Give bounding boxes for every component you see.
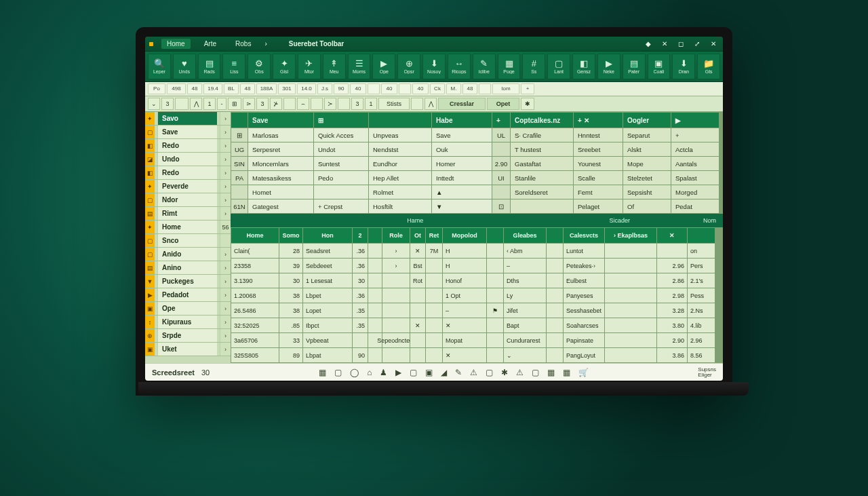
table-header[interactable]: Role (382, 228, 410, 243)
wc-1[interactable]: ✕ (659, 40, 670, 47)
table-cell[interactable]: Bst (410, 259, 425, 273)
table-cell[interactable]: Clain( (231, 244, 279, 258)
cmd-cell[interactable]: Hnntest (574, 128, 623, 142)
ribbon-ope[interactable]: ▶Ope (372, 54, 395, 79)
wc-2[interactable]: ◻ (675, 40, 686, 47)
table-cell[interactable] (547, 333, 563, 347)
table-header[interactable]: › Ekaplbsas (605, 228, 656, 243)
cmd-cell[interactable]: Sreebet (574, 142, 623, 156)
table-cell[interactable]: 2.98 (657, 288, 687, 303)
sidebar-item-ope[interactable]: ▣Ope› (145, 302, 231, 316)
ruler1-cell[interactable]: BL (224, 83, 239, 94)
cmd-cell[interactable]: Scalle (574, 171, 623, 185)
table-cell[interactable] (547, 348, 563, 362)
table-cell[interactable]: on (688, 244, 715, 258)
ruler1-cell[interactable]: Po (148, 83, 165, 94)
ruler1-cell[interactable]: 14.0 (297, 83, 316, 94)
table-cell[interactable] (382, 273, 410, 288)
ruler1-cell[interactable]: Ck (430, 83, 445, 94)
table-cell[interactable]: – (443, 303, 486, 318)
table-cell[interactable] (547, 273, 563, 288)
sidebar-item-redo[interactable]: ◧Redo› (145, 166, 231, 180)
table-cell[interactable] (368, 318, 382, 332)
table-cell[interactable]: H (443, 259, 486, 273)
ribbon-leper[interactable]: 🔍Leper (148, 54, 171, 79)
table-cell[interactable]: 39 (279, 259, 302, 273)
table-header[interactable]: 2 (353, 228, 368, 243)
sidebar-item-undo[interactable]: ◪Undo› (145, 153, 231, 166)
table-cell[interactable]: Dths (504, 273, 546, 288)
ruler1-cell[interactable]: + (521, 83, 534, 94)
cmd-cell[interactable] (511, 199, 573, 213)
ruler2-cell[interactable] (338, 98, 350, 110)
table-cell[interactable]: Bapt (504, 318, 546, 332)
ribbon-liss[interactable]: ≡Liss (222, 54, 245, 79)
table-cell[interactable]: 1.20068 (231, 288, 279, 303)
ruler2-cell[interactable]: Opet (487, 98, 519, 110)
table-cell[interactable] (382, 318, 410, 332)
ribbon-lant[interactable]: ▢Lant (547, 54, 570, 79)
cmd-cell[interactable]: Gastaftat (511, 157, 573, 170)
table-cell[interactable]: 89 (279, 348, 302, 362)
menu-arte[interactable]: Arte (199, 39, 222, 49)
table-cell[interactable] (382, 288, 410, 303)
ruler1-cell[interactable]: 19.4 (203, 83, 222, 94)
table-cell[interactable]: 28 (279, 244, 302, 258)
ruler2-cell[interactable]: ⊞ (228, 98, 241, 110)
table-cell[interactable] (487, 259, 503, 273)
table-cell[interactable]: 30 (279, 273, 302, 288)
sidebar-item-redo[interactable]: ◧Redo› (145, 139, 231, 153)
cmd-cell[interactable]: Actcla (671, 142, 719, 156)
ruler2-cell[interactable]: - (217, 98, 226, 110)
status-icon[interactable]: ▢ (334, 368, 342, 377)
cmd-cell[interactable]: Pedat (671, 199, 719, 213)
table-cell[interactable] (547, 244, 563, 258)
status-icon[interactable]: ▢ (532, 368, 539, 377)
sidebar-item-rimt[interactable]: ▤Rimt› (145, 207, 231, 221)
sidebar-item-kipuraus[interactable]: ↕Kipuraus› (145, 316, 231, 329)
table-cell[interactable] (605, 273, 656, 288)
table-cell[interactable]: Soaharcses (564, 318, 604, 332)
table-cell[interactable]: 38 (279, 288, 302, 303)
cmd-header[interactable]: + (492, 113, 510, 128)
table-header[interactable] (487, 228, 503, 243)
table-cell[interactable]: Sepeodncteet (382, 333, 410, 347)
ribbon-meu[interactable]: ↟Meu (323, 54, 346, 79)
table-header[interactable] (368, 228, 382, 243)
table-cell[interactable]: ⚑ (487, 303, 503, 318)
table-cell[interactable]: 7M (426, 244, 442, 258)
sidebar-item-snco[interactable]: ▢Snco (145, 234, 231, 248)
ribbon-gts[interactable]: 📁Gts (697, 54, 720, 79)
table-cell[interactable] (605, 333, 656, 347)
cmd-cell[interactable]: Mope (623, 157, 671, 170)
cmd-cell[interactable]: Alskt (623, 142, 671, 156)
ribbon-dran[interactable]: ⬇Dran (672, 54, 695, 79)
table-cell[interactable]: 32:52025 (231, 318, 279, 332)
table-cell[interactable] (487, 244, 503, 258)
sidebar-item-savo[interactable]: ✦Savo› (145, 112, 231, 126)
table-cell[interactable] (547, 318, 563, 332)
table-cell[interactable] (426, 288, 442, 303)
table-cell[interactable] (547, 259, 563, 273)
status-icon[interactable]: ⌂ (367, 368, 372, 377)
table-cell[interactable]: 2.96 (657, 259, 687, 273)
table-header[interactable]: Somo (279, 228, 302, 243)
table-cell[interactable]: Mopat (443, 333, 486, 347)
ribbon-poge[interactable]: ▦Poge (498, 54, 521, 79)
sidebar-item-anino[interactable]: ▤Anino› (145, 261, 231, 275)
ruler1-cell[interactable]: 48 (462, 83, 477, 94)
table-cell[interactable]: ✕ (443, 348, 486, 362)
status-icon[interactable]: ▶ (395, 368, 401, 377)
ruler2-cell[interactable] (311, 98, 323, 110)
table-cell[interactable]: Pers (688, 259, 715, 273)
table-cell[interactable] (410, 288, 425, 303)
status-icon[interactable]: 🛒 (578, 368, 589, 377)
table-cell[interactable]: – (504, 259, 546, 273)
sidebar-item-srpde[interactable]: ⊕Srpde› (145, 329, 231, 343)
sidebar-item-pedadot[interactable]: ▶Pedadot› (145, 288, 231, 302)
table-cell[interactable]: 1 Lesesat (303, 273, 352, 288)
ruler2-cell[interactable]: 1 (365, 98, 377, 110)
ruler1-cell[interactable] (368, 83, 380, 94)
table-cell[interactable] (487, 288, 503, 303)
table-cell[interactable]: Ibpct (303, 318, 352, 332)
